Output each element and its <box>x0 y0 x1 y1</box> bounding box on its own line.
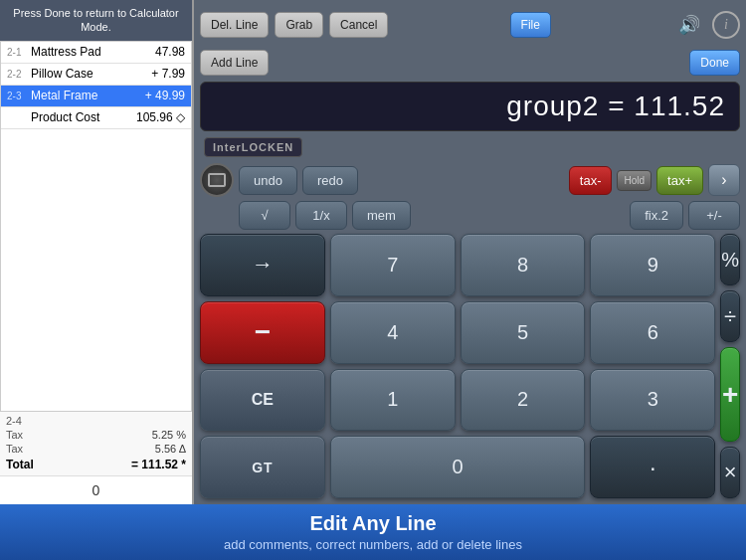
key-4[interactable]: 4 <box>330 301 456 364</box>
main-area: Press Done to return to Calculator Mode.… <box>0 0 746 504</box>
instruction-text: Press Done to return to Calculator Mode. <box>13 7 178 33</box>
key-ce[interactable]: CE <box>200 369 325 432</box>
calc-display: group2 = 111.52 <box>200 82 740 131</box>
key-8[interactable]: 8 <box>461 234 586 296</box>
key-6[interactable]: 6 <box>590 301 715 364</box>
add-line-button[interactable]: Add Line <box>200 50 269 76</box>
list-item-22[interactable]: 2-2 Pillow Case + 7.99 <box>1 64 191 86</box>
calc-panel: Del. Line Grab Cancel File 🔊 i Add Line … <box>194 0 746 504</box>
key-3[interactable]: 3 <box>590 369 715 432</box>
key-5[interactable]: 5 <box>461 301 586 364</box>
tax-pct-value: 5.25 % <box>152 429 186 441</box>
func-row2: √ 1/x mem fix.2 +/- <box>200 201 740 230</box>
list-item-23[interactable]: 2-3 Metal Frame + 49.99 <box>1 86 191 107</box>
item-value-22: + 7.99 <box>135 67 185 81</box>
bottom-banner: Edit Any Line add comments, correct numb… <box>0 504 746 560</box>
line-num-21: 2-1 <box>7 47 31 58</box>
func-row1: undo redo tax- Hold tax+ › <box>200 163 740 197</box>
brand-row: InterLOCKEN <box>200 135 740 159</box>
done-button[interactable]: Done <box>689 50 740 76</box>
item-name-23: Metal Frame <box>31 89 135 102</box>
grab-button[interactable]: Grab <box>275 12 323 38</box>
brand-text: InterLOCKEN <box>213 141 293 153</box>
file-button[interactable]: File <box>510 12 551 38</box>
total-row: Total = 111.52 * <box>6 456 186 473</box>
info-icon[interactable]: i <box>712 11 740 39</box>
total-label: Total <box>6 458 34 471</box>
tax-pct-label: Tax <box>6 429 23 441</box>
display-value: group2 = 111.52 <box>506 91 725 121</box>
del-line-button[interactable]: Del. Line <box>200 12 269 38</box>
hold-button[interactable]: Hold <box>617 170 652 191</box>
item-value-21: 47.98 <box>135 45 185 59</box>
arrow-key[interactable]: → <box>200 234 325 296</box>
fix2-button[interactable]: fix.2 <box>630 201 683 230</box>
redo-button[interactable]: redo <box>302 166 358 195</box>
inv-button[interactable]: 1/x <box>295 201 347 230</box>
list-area: 2-1 Mattress Pad 47.98 2-2 Pillow Case +… <box>0 41 192 412</box>
cancel-button[interactable]: Cancel <box>329 12 388 38</box>
item-name-pc: Product Cost <box>31 110 135 124</box>
tax-amt-label: Tax <box>6 443 23 455</box>
zero-value: 0 <box>93 482 100 498</box>
toolbar-row1: Del. Line Grab Cancel File 🔊 i <box>200 6 740 44</box>
key-9[interactable]: 9 <box>590 234 715 296</box>
plusminus-button[interactable]: +/- <box>688 201 740 230</box>
list-item-21[interactable]: 2-1 Mattress Pad 47.98 <box>1 42 191 64</box>
key-plus[interactable]: + <box>720 347 740 442</box>
total-value: = 111.52 * <box>131 458 186 471</box>
brand-logo: InterLOCKEN <box>204 137 302 157</box>
keypad-right: % ÷ + × <box>720 234 740 498</box>
sound-icon[interactable]: 🔊 <box>672 8 706 42</box>
item-value-pc: 105.96 ◇ <box>135 110 185 124</box>
line24-num: 2-4 <box>6 415 22 427</box>
keypad-area: → 7 8 9 − 4 5 6 CE 1 2 3 GT 0 · <box>200 234 740 498</box>
tax-pct-row: Tax 5.25 % <box>6 428 186 442</box>
key-percent[interactable]: % <box>720 234 740 285</box>
banner-title: Edit Any Line <box>10 512 736 535</box>
keypad-left: → 7 8 9 − 4 5 6 CE 1 2 3 GT 0 · <box>200 234 715 498</box>
undo-button[interactable]: undo <box>239 166 297 195</box>
tax-amt-value: 5.56 Δ <box>155 443 186 455</box>
tax-plus-button[interactable]: tax+ <box>656 166 703 195</box>
key-gt[interactable]: GT <box>200 436 325 498</box>
tax-minus-button[interactable]: tax- <box>569 166 613 195</box>
banner-subtitle: add comments, correct numbers, add or de… <box>10 537 736 552</box>
key-multiply[interactable]: × <box>720 447 740 498</box>
camera-button[interactable] <box>200 163 234 197</box>
key-0[interactable]: 0 <box>330 436 586 498</box>
item-value-23: + 49.99 <box>135 89 185 102</box>
list-item-product-cost: Product Cost 105.96 ◇ <box>1 107 191 129</box>
line24-row: 2-4 <box>6 414 186 428</box>
mem-button[interactable]: mem <box>352 201 411 230</box>
line-num-22: 2-2 <box>7 69 31 80</box>
arrow-right-button[interactable]: › <box>708 164 740 196</box>
subtotal-section: 2-4 Tax 5.25 % Tax 5.56 Δ Total = 111.52… <box>0 412 192 475</box>
sqrt-button[interactable]: √ <box>239 201 290 230</box>
item-name-22: Pillow Case <box>31 67 135 81</box>
key-2[interactable]: 2 <box>461 369 586 432</box>
instruction-bar: Press Done to return to Calculator Mode. <box>0 0 192 41</box>
line-num-23: 2-3 <box>7 91 31 101</box>
key-decimal[interactable]: · <box>590 436 715 498</box>
key-1[interactable]: 1 <box>330 369 456 432</box>
zero-display: 0 <box>0 475 192 504</box>
key-minus[interactable]: − <box>200 301 325 364</box>
tax-amt-row: Tax 5.56 Δ <box>6 442 186 456</box>
left-panel: Press Done to return to Calculator Mode.… <box>0 0 194 504</box>
item-name-21: Mattress Pad <box>31 45 135 59</box>
toolbar-row2: Add Line Done <box>200 48 740 78</box>
key-7[interactable]: 7 <box>330 234 456 296</box>
key-divide[interactable]: ÷ <box>720 290 740 342</box>
